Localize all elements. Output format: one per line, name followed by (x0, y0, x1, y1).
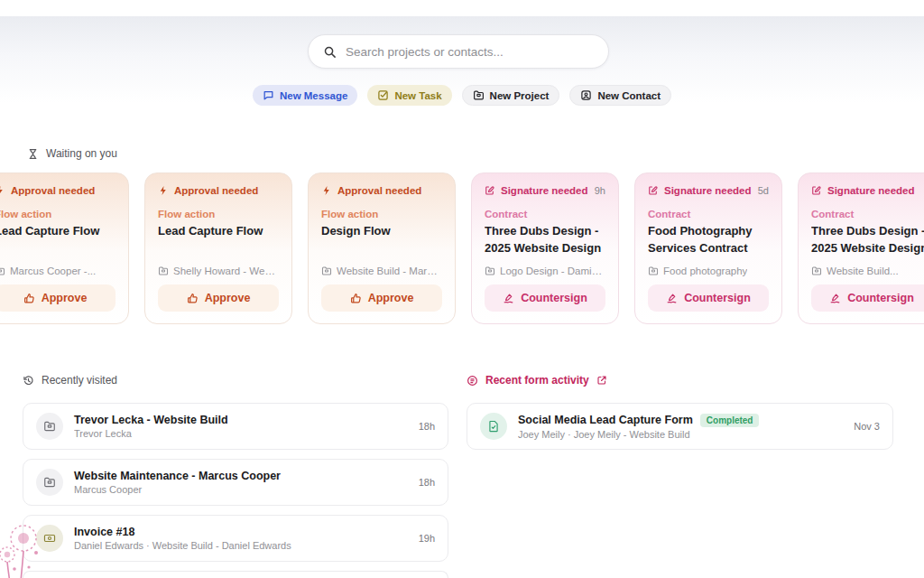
row-subtitle: Trevor Lecka (74, 428, 228, 439)
folder-icon (158, 266, 169, 276)
row-title: Invoice #18 (74, 526, 291, 538)
approve-button[interactable]: Approve (0, 284, 116, 312)
card-time: 5d (758, 185, 769, 196)
waiting-on-you-header: Waiting on you (27, 147, 117, 160)
row-time: 19h (410, 533, 435, 544)
completed-badge: Completed (700, 414, 760, 427)
card-category: Contract (811, 209, 924, 219)
new-project-button[interactable]: New Project (462, 85, 560, 106)
card-category: Flow action (321, 209, 442, 219)
row-date: Nov 3 (845, 421, 880, 432)
row-subtitle: Daniel Edwards · Website Build - Daniel … (74, 540, 291, 551)
external-link-icon (596, 375, 607, 386)
form-activity-row[interactable]: Social Media Lead Capture Form Completed… (467, 403, 893, 450)
zap-icon (0, 185, 5, 196)
card-title: Food Photography Services Contract (648, 222, 769, 256)
folder-icon (648, 266, 659, 276)
signature-icon (829, 293, 841, 304)
row-title: Social Media Lead Capture Form (518, 414, 693, 426)
recent-project-row[interactable]: Trevor Lecka - Website Build Trevor Leck… (23, 403, 448, 450)
card-title: Lead Capture Flow (0, 222, 116, 239)
card-title: Three Dubs Design - 2025 Website Design … (485, 222, 605, 261)
row-subtitle: Joey Meily · Joey Meily - Website Build (518, 429, 759, 440)
card-title: Three Dubs Design - 2025 Website Design … (811, 222, 924, 261)
recently-visited-header: Recently visited (23, 374, 448, 387)
new-task-button[interactable]: New Task (367, 85, 451, 106)
card-project: Shelly Howard - Websi... (158, 266, 279, 276)
folder-icon (0, 266, 5, 276)
card-category: Flow action (0, 209, 116, 219)
row-title: Website Maintenance - Marcus Cooper (74, 470, 281, 482)
folder-icon (485, 266, 495, 276)
form-document-icon (480, 413, 507, 440)
new-message-button[interactable]: New Message (253, 85, 357, 106)
thumbs-up-icon (187, 293, 199, 304)
folder-icon (473, 89, 485, 101)
flower-doodle (0, 518, 54, 578)
folder-icon (321, 266, 332, 276)
search-icon (323, 45, 337, 59)
search-input[interactable] (346, 45, 594, 59)
thumbs-up-icon (23, 293, 35, 304)
countersign-button[interactable]: Countersign (485, 284, 605, 312)
search-bar[interactable] (308, 34, 609, 69)
waiting-cards-carousel[interactable]: Approval needed Flow action Lead Capture… (0, 172, 924, 324)
signature-icon (666, 293, 678, 304)
recently-visited-section: Recently visited Trevor Lecka - Website … (23, 374, 448, 578)
thumbs-up-icon (350, 293, 362, 304)
project-folder-icon (36, 413, 63, 440)
row-time: 18h (410, 421, 435, 432)
signature-card[interactable]: Signature needed Contract Three Dubs Des… (798, 172, 924, 324)
zap-icon (158, 185, 169, 196)
project-folder-icon (36, 469, 63, 496)
card-time: 9h (595, 185, 605, 196)
card-category: Contract (648, 209, 769, 219)
card-project: Logo Design - Damien... (485, 266, 605, 276)
approve-button[interactable]: Approve (321, 284, 442, 312)
dashboard: New Message New Task New Project New Con… (0, 0, 924, 578)
approval-card[interactable]: Approval needed Flow action Lead Capture… (144, 172, 292, 324)
row-title: Trevor Lecka - Website Build (74, 414, 228, 426)
countersign-button[interactable]: Countersign (648, 284, 769, 312)
hourglass-icon (27, 148, 39, 160)
card-project: Food photography (648, 266, 769, 276)
folder-icon (811, 266, 822, 276)
row-subtitle: Marcus Cooper (74, 484, 281, 495)
card-project: Marcus Cooper -... (0, 266, 116, 276)
zap-icon (321, 185, 332, 196)
new-contact-button[interactable]: New Contact (569, 85, 671, 106)
card-category: Contract (485, 209, 605, 219)
recent-form-activity-section: Recent form activity Social Media Lead C… (467, 374, 893, 459)
list-item-peek[interactable] (23, 571, 448, 578)
card-title: Lead Capture Flow (158, 222, 279, 239)
card-category: Flow action (158, 209, 279, 219)
recent-invoice-row[interactable]: Invoice #18 Daniel Edwards · Website Bui… (23, 515, 448, 562)
card-project: Website Build... (811, 266, 924, 276)
countersign-button[interactable]: Countersign (811, 284, 924, 312)
recent-form-activity-header[interactable]: Recent form activity (467, 374, 893, 387)
chat-icon (263, 89, 274, 101)
task-check-icon (377, 89, 389, 101)
card-title: Design Flow (321, 222, 442, 239)
form-icon (467, 375, 478, 387)
approval-card[interactable]: Approval needed Flow action Lead Capture… (0, 172, 129, 324)
approve-button[interactable]: Approve (158, 284, 279, 312)
contact-icon (580, 89, 592, 101)
signature-card[interactable]: Signature needed 9h Contract Three Dubs … (471, 172, 619, 324)
recent-project-row[interactable]: Website Maintenance - Marcus Cooper Marc… (23, 459, 448, 506)
history-icon (23, 375, 34, 387)
signature-icon (503, 293, 514, 304)
sign-doc-icon (485, 185, 495, 196)
quick-actions: New Message New Task New Project New Con… (0, 85, 924, 106)
sign-doc-icon (811, 185, 822, 196)
approval-card[interactable]: Approval needed Flow action Design Flow … (308, 172, 456, 324)
signature-card[interactable]: Signature needed 5d Contract Food Photog… (634, 172, 782, 324)
row-time: 18h (410, 477, 435, 488)
card-project: Website Build - Marcus... (321, 266, 442, 276)
sign-doc-icon (648, 185, 659, 196)
